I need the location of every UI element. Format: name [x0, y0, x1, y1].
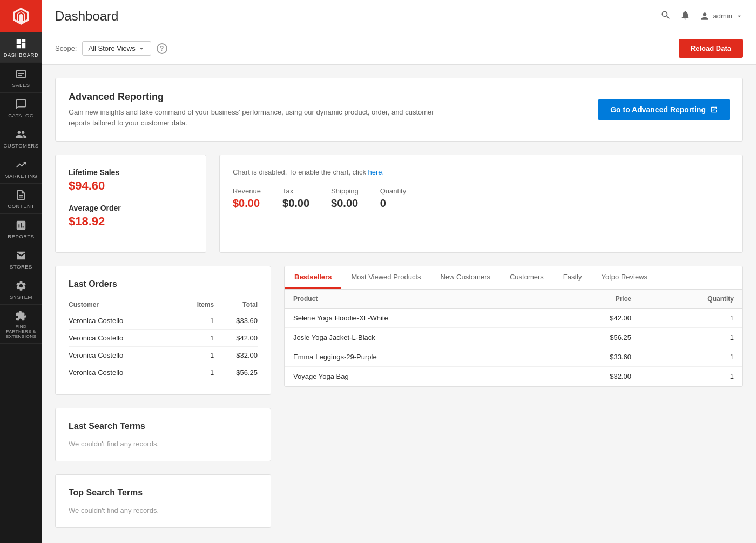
search-icon[interactable]	[660, 10, 671, 22]
product-price: $42.00	[549, 309, 640, 328]
orders-col-items: Items	[180, 298, 214, 312]
order-items: 1	[180, 330, 214, 347]
header-actions: admin	[660, 10, 743, 22]
table-row: Josie Yoga Jacket-L-Black $56.25 1	[285, 328, 742, 347]
sidebar-item-system[interactable]: System	[0, 274, 42, 305]
products-col-name: Product	[285, 290, 549, 309]
scope-value: All Store Views	[88, 44, 135, 52]
last-search-terms-empty: We couldn't find any records.	[69, 440, 258, 448]
metric-quantity: Quantity 0	[380, 187, 406, 210]
main-content: Dashboard admin Scope: All Store Views ?	[42, 0, 756, 543]
sidebar-item-stores[interactable]: Stores	[0, 244, 42, 274]
advanced-reporting-text: Advanced Reporting Gain new insights and…	[69, 91, 447, 128]
tab-most-viewed[interactable]: Most Viewed Products	[341, 266, 430, 289]
order-items: 1	[180, 347, 214, 364]
help-icon[interactable]: ?	[157, 43, 167, 54]
magento-logo[interactable]	[0, 0, 42, 32]
sidebar-item-content[interactable]: Content	[0, 184, 42, 214]
product-name: Emma Leggings-29-Purple	[285, 347, 549, 367]
notification-icon[interactable]	[680, 10, 691, 22]
sidebar-item-sales[interactable]: Sales	[0, 63, 42, 93]
product-name: Selene Yoga Hoodie-XL-White	[285, 309, 549, 328]
order-customer: Veronica Costello	[69, 312, 180, 330]
sidebar-item-customers[interactable]: Customers	[0, 123, 42, 153]
table-row: Veronica Costello 1 $33.60	[69, 312, 258, 330]
advanced-reporting-title: Advanced Reporting	[69, 91, 447, 103]
order-items: 1	[180, 364, 214, 381]
tab-content: Product Price Quantity Selene Yoga Hoodi…	[285, 290, 742, 386]
chart-disabled-text: Chart is disabled. To enable the chart, …	[233, 168, 730, 176]
metric-revenue: Revenue $0.00	[233, 187, 261, 210]
tab-bestsellers[interactable]: Bestsellers	[285, 266, 341, 289]
sidebar-item-sales-label: Sales	[12, 82, 30, 88]
sidebar-item-dashboard[interactable]: Dashboard	[0, 32, 42, 63]
tab-customers[interactable]: Customers	[500, 266, 554, 289]
tab-new-customers[interactable]: New Customers	[431, 266, 500, 289]
product-quantity: 1	[640, 328, 742, 347]
order-customer: Veronica Costello	[69, 330, 180, 347]
sidebar-item-reports[interactable]: Reports	[0, 214, 42, 244]
chart-enable-link[interactable]: here.	[368, 168, 384, 176]
sidebar-item-content-label: Content	[8, 203, 34, 209]
admin-user-menu[interactable]: admin	[699, 11, 743, 22]
average-order-label: Average Order	[69, 204, 193, 212]
product-quantity: 1	[640, 367, 742, 386]
scope-select[interactable]: All Store Views	[82, 41, 151, 56]
lifetime-stats: Lifetime Sales $94.60 Average Order $18.…	[55, 155, 206, 253]
scope-bar: Scope: All Store Views ? Reload Data	[42, 32, 756, 65]
sidebar-item-reports-label: Reports	[8, 233, 34, 239]
tabs-header: Bestsellers Most Viewed Products New Cus…	[285, 266, 742, 290]
scope-label: Scope:	[55, 44, 77, 52]
table-row: Veronica Costello 1 $56.25	[69, 364, 258, 381]
order-items: 1	[180, 312, 214, 330]
chart-section: Chart is disabled. To enable the chart, …	[219, 155, 743, 253]
orders-col-total: Total	[214, 298, 258, 312]
left-panel: Last Orders Customer Items Total Veronic…	[55, 266, 271, 541]
products-col-price: Price	[549, 290, 640, 309]
products-table: Product Price Quantity Selene Yoga Hoodi…	[285, 290, 742, 386]
products-col-qty: Quantity	[640, 290, 742, 309]
metric-tax: Tax $0.00	[282, 187, 309, 210]
product-price: $33.60	[549, 347, 640, 367]
lower-section: Last Orders Customer Items Total Veronic…	[55, 266, 743, 541]
content-area: Advanced Reporting Gain new insights and…	[42, 65, 756, 543]
sidebar-item-customers-label: Customers	[3, 143, 38, 149]
last-orders-box: Last Orders Customer Items Total Veronic…	[55, 266, 271, 395]
product-quantity: 1	[640, 347, 742, 367]
sidebar-item-catalog-label: Catalog	[8, 112, 34, 118]
order-total: $33.60	[214, 312, 258, 330]
table-row: Emma Leggings-29-Purple $33.60 1	[285, 347, 742, 367]
last-search-terms-box: Last Search Terms We couldn't find any r…	[55, 408, 271, 461]
top-search-terms-title: Top Search Terms	[69, 488, 258, 498]
sidebar-item-extensions[interactable]: Find Partners & Extensions	[0, 305, 42, 344]
average-order-value: $18.92	[69, 214, 193, 229]
advanced-reporting-section: Advanced Reporting Gain new insights and…	[55, 78, 743, 142]
table-row: Selene Yoga Hoodie-XL-White $42.00 1	[285, 309, 742, 328]
sidebar-item-dashboard-label: Dashboard	[4, 52, 39, 58]
table-row: Voyage Yoga Bag $32.00 1	[285, 367, 742, 386]
advanced-reporting-description: Gain new insights and take command of yo…	[69, 107, 447, 128]
order-total: $32.00	[214, 347, 258, 364]
lifetime-sales-block: Lifetime Sales $94.60	[69, 168, 193, 193]
metric-shipping: Shipping $0.00	[331, 187, 359, 210]
sidebar-item-extensions-label: Find Partners & Extensions	[0, 324, 42, 339]
order-total: $56.25	[214, 364, 258, 381]
last-search-terms-title: Last Search Terms	[69, 421, 258, 431]
tab-fastly[interactable]: Fastly	[554, 266, 592, 289]
last-orders-title: Last Orders	[69, 279, 258, 289]
sidebar-item-marketing-label: Marketing	[5, 173, 38, 179]
sidebar: Dashboard Sales Catalog Customers Market…	[0, 0, 42, 543]
tab-yotpo[interactable]: Yotpo Reviews	[592, 266, 658, 289]
product-price: $56.25	[549, 328, 640, 347]
reload-data-button[interactable]: Reload Data	[679, 39, 743, 58]
sidebar-item-marketing[interactable]: Marketing	[0, 153, 42, 184]
table-row: Veronica Costello 1 $32.00	[69, 347, 258, 364]
sidebar-item-system-label: System	[10, 294, 32, 300]
orders-table: Customer Items Total Veronica Costello 1…	[69, 298, 258, 381]
go-to-advanced-reporting-button[interactable]: Go to Advanced Reporting	[598, 99, 730, 120]
sidebar-item-catalog[interactable]: Catalog	[0, 93, 42, 123]
table-row: Veronica Costello 1 $42.00	[69, 330, 258, 347]
header: Dashboard admin	[42, 0, 756, 32]
admin-username: admin	[713, 12, 732, 20]
top-search-terms-empty: We couldn't find any records.	[69, 506, 258, 514]
